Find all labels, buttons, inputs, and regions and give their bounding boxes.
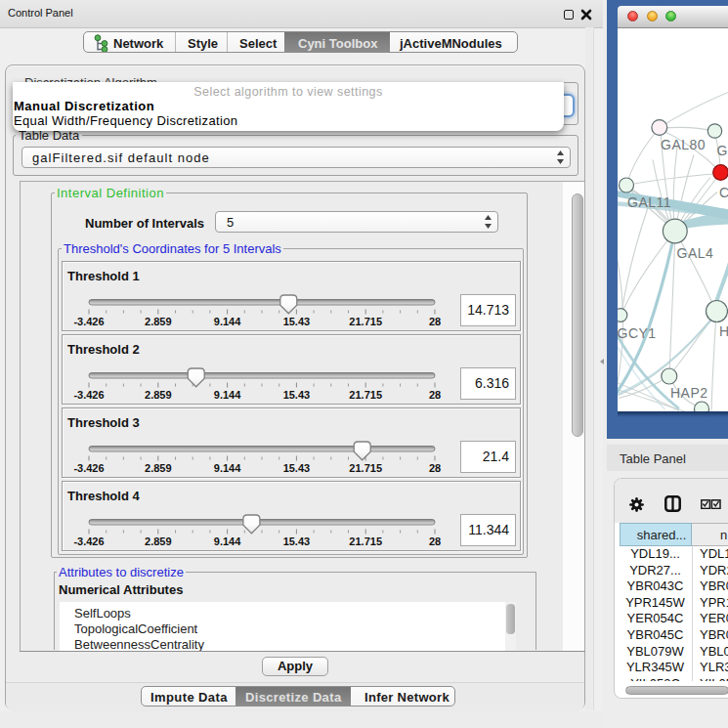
svg-text:28: 28 [429, 535, 441, 546]
svg-text:28: 28 [429, 461, 441, 473]
svg-text:GAL80: GAL80 [661, 137, 706, 152]
svg-text:2.859: 2.859 [145, 315, 172, 326]
svg-text:GAL11: GAL11 [627, 193, 671, 209]
svg-text:21.715: 21.715 [349, 461, 382, 473]
svg-text:21.715: 21.715 [349, 535, 382, 546]
svg-text:-3.426: -3.426 [73, 461, 104, 473]
svg-text:15.43: 15.43 [283, 535, 311, 546]
svg-text:28: 28 [429, 315, 441, 326]
svg-text:2.859: 2.859 [145, 388, 172, 400]
svg-text:15.43: 15.43 [283, 315, 311, 326]
svg-text:H: H [719, 323, 728, 339]
svg-text:9.144: 9.144 [214, 535, 241, 546]
svg-text:9.144: 9.144 [214, 315, 241, 326]
svg-text:-3.426: -3.426 [73, 388, 104, 400]
svg-text:15.43: 15.43 [283, 388, 311, 400]
svg-text:C: C [719, 184, 728, 199]
svg-text:-3.426: -3.426 [73, 535, 104, 546]
svg-text:2.859: 2.859 [145, 461, 172, 473]
svg-text:-3.426: -3.426 [73, 315, 104, 326]
svg-text:21.715: 21.715 [349, 388, 382, 400]
svg-text:HAP2: HAP2 [670, 385, 708, 401]
svg-text:G.: G. [717, 142, 728, 157]
svg-text:GAL4: GAL4 [677, 244, 714, 260]
svg-text:9.144: 9.144 [214, 461, 241, 473]
svg-text:21.715: 21.715 [349, 315, 382, 326]
svg-text:2.859: 2.859 [145, 535, 172, 546]
svg-text:15.43: 15.43 [283, 461, 311, 473]
svg-text:28: 28 [429, 388, 441, 400]
svg-text:9.144: 9.144 [214, 388, 241, 400]
svg-text:GCY1: GCY1 [618, 324, 657, 340]
